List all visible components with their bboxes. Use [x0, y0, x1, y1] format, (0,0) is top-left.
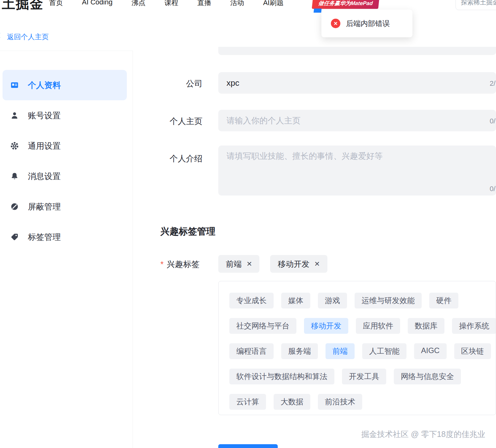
tag-option[interactable]: 数据库 — [408, 318, 444, 334]
error-icon: × — [331, 19, 340, 28]
remove-tag-icon[interactable]: × — [247, 259, 252, 268]
tag-option[interactable]: 专业成长 — [229, 293, 274, 308]
chevron-left-icon[interactable]: ‹ — [0, 29, 1, 40]
sidebar-item-label: 屏蔽管理 — [28, 201, 61, 212]
interest-field-label: 兴趣标签 — [167, 259, 200, 270]
nav-item-live[interactable]: 直播 — [197, 0, 211, 8]
tag-option[interactable]: 前沿技术 — [318, 394, 362, 410]
tag-option[interactable]: 操作系统 — [452, 318, 496, 334]
tag-option[interactable]: 大数据 — [274, 394, 310, 410]
tag-option[interactable]: 网络与信息安全 — [394, 369, 461, 384]
required-mark: * — [160, 259, 164, 269]
tag-option[interactable]: AIGC — [414, 343, 447, 359]
tag-row: 专业成长 媒体 游戏 运维与研发效能 硬件 — [229, 293, 496, 308]
sidebar-item-tag-management[interactable]: 标签管理 — [3, 222, 127, 252]
remove-tag-icon[interactable]: × — [314, 259, 319, 268]
nav-item-pins[interactable]: 沸点 — [132, 0, 146, 8]
sidebar-item-label: 账号设置 — [28, 110, 61, 121]
selected-tag-label: 移动开发 — [278, 259, 309, 269]
sidebar-item-general[interactable]: 通用设置 — [3, 131, 127, 161]
nav-item-home[interactable]: 首页 — [49, 0, 63, 8]
tag-row: 编程语言 服务端 前端 人工智能 AIGC 区块链 — [229, 343, 496, 359]
tag-option[interactable]: 开发工具 — [342, 369, 386, 384]
intro-label: 个人介绍 — [139, 153, 202, 164]
intro-field[interactable] — [218, 146, 496, 196]
user-icon — [10, 111, 19, 120]
tag-option-selected[interactable]: 前端 — [326, 343, 355, 359]
nav-item-ai-quiz[interactable]: AI刷题 — [263, 0, 284, 8]
promo-banner-accent — [313, 9, 321, 13]
promo-banner[interactable]: 做任务赢华为MatePad — [312, 0, 380, 9]
tag-row: 社交网络与平台 移动开发 应用软件 数据库 操作系统 — [229, 318, 496, 334]
id-card-icon — [10, 81, 19, 90]
sidebar-item-profile[interactable]: 个人资料 — [3, 70, 127, 100]
tag-option[interactable]: 服务端 — [281, 343, 318, 359]
back-to-profile-link[interactable]: 返回个人主页 — [7, 32, 49, 42]
sidebar-item-label: 个人资料 — [28, 80, 61, 91]
error-toast-message: 后端内部错误 — [346, 19, 390, 28]
tag-row: 云计算 大数据 前沿技术 — [229, 394, 496, 410]
selected-tags: 前端 × 移动开发 × — [218, 255, 327, 273]
homepage-label: 个人主页 — [139, 116, 202, 127]
tag-icon — [10, 233, 19, 241]
sidebar-item-label: 标签管理 — [28, 232, 61, 243]
tag-option[interactable]: 软件设计与数据结构和算法 — [229, 369, 334, 384]
tag-option[interactable]: 编程语言 — [229, 343, 274, 359]
nav-item-courses[interactable]: 课程 — [164, 0, 178, 8]
tag-option[interactable]: 社交网络与平台 — [229, 318, 296, 334]
block-icon — [10, 202, 19, 211]
sidebar-item-account[interactable]: 账号设置 — [3, 100, 127, 131]
tag-option[interactable]: 硬件 — [429, 293, 458, 308]
sidebar-item-notifications[interactable]: 消息设置 — [3, 161, 127, 191]
tag-option[interactable]: 人工智能 — [362, 343, 406, 359]
sidebar-item-label: 消息设置 — [28, 171, 61, 182]
selected-tag[interactable]: 移动开发 × — [270, 255, 327, 273]
gear-icon — [10, 141, 19, 150]
community-watermark: 掘金技术社区 @ 零下18度的佳兆业 — [361, 429, 485, 439]
company-field[interactable] — [218, 72, 496, 94]
search-input[interactable] — [456, 0, 496, 10]
bell-icon — [10, 172, 19, 181]
tag-option-selected[interactable]: 移动开发 — [304, 318, 348, 334]
tag-option[interactable]: 游戏 — [318, 293, 347, 308]
juejin-logo[interactable]: 土掘金 — [2, 0, 44, 13]
sidebar-item-label: 通用设置 — [28, 140, 61, 152]
tag-option[interactable]: 云计算 — [229, 394, 266, 410]
error-toast: × 后端内部错误 — [321, 9, 412, 37]
tag-option[interactable]: 区块链 — [454, 343, 491, 359]
tag-options-panel: 专业成长 媒体 游戏 运维与研发效能 硬件 社交网络与平台 移动开发 应用软件 … — [218, 281, 496, 415]
settings-sidebar: 个人资料 账号设置 通用设置 消息设置 屏蔽管理 — [0, 51, 133, 448]
partial-previous-field — [218, 47, 496, 55]
selected-tag[interactable]: 前端 × — [218, 255, 259, 273]
interest-section-title: 兴趣标签管理 — [160, 225, 215, 238]
sidebar-item-block-management[interactable]: 屏蔽管理 — [3, 191, 127, 222]
save-button[interactable] — [218, 444, 278, 448]
company-label: 公司 — [139, 78, 202, 89]
tag-option[interactable]: 运维与研发效能 — [355, 293, 422, 308]
top-nav: 首页 AI Coding 沸点 课程 直播 活动 AI刷题 — [49, 0, 283, 8]
homepage-field[interactable] — [218, 110, 496, 131]
intro-char-count: 0/ — [490, 185, 495, 193]
nav-item-events[interactable]: 活动 — [230, 0, 244, 8]
selected-tag-label: 前端 — [226, 259, 242, 269]
company-char-count: 2/ — [490, 79, 495, 88]
tag-option[interactable]: 应用软件 — [356, 318, 400, 334]
tag-option[interactable]: 媒体 — [281, 293, 310, 308]
settings-page: 土掘金 首页 AI Coding 沸点 课程 直播 活动 AI刷题 做任务赢华为… — [0, 0, 496, 448]
tag-row: 软件设计与数据结构和算法 开发工具 网络与信息安全 — [229, 369, 496, 384]
homepage-char-count: 0/ — [490, 117, 495, 125]
nav-item-ai-coding[interactable]: AI Coding — [82, 0, 113, 8]
